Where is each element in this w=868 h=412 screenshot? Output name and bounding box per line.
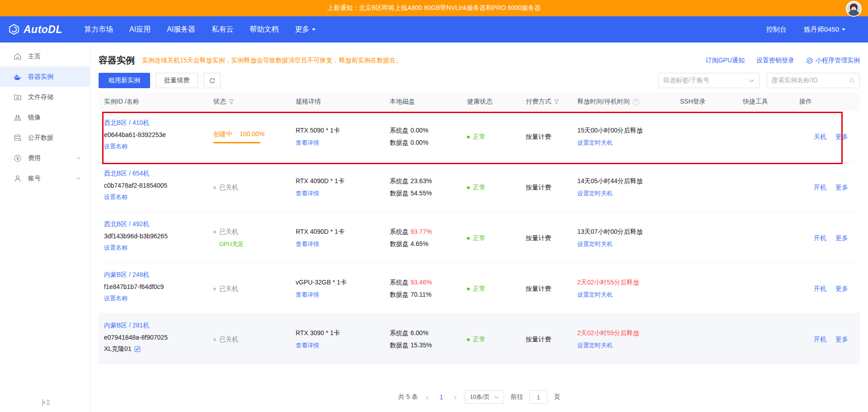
region-link[interactable]: 西北B区 / 410机 [104, 119, 204, 127]
filter-funnel-icon[interactable] [229, 99, 234, 104]
refresh-button[interactable] [203, 73, 221, 88]
health-dot-icon [467, 288, 470, 290]
more-link[interactable]: 更多 [835, 336, 848, 344]
subscribe-gpu-link[interactable]: 订阅GPU通知 [706, 57, 745, 65]
console-link[interactable]: 控制台 [766, 25, 787, 34]
set-timer-link[interactable]: 设置定时关机 [577, 240, 671, 248]
instance-name: XL克隆01 [104, 345, 132, 353]
set-name-link[interactable]: 设置名称 [104, 142, 204, 151]
instance-id: f1e847b1b7-f64df0c9 [104, 283, 204, 290]
nav-item-docs[interactable]: 帮助文档 [250, 25, 278, 34]
sidebar-item-file-storage[interactable]: 文件存储 [0, 87, 90, 107]
goto-page-input[interactable] [529, 390, 547, 404]
view-detail-link[interactable]: 查看详情 [296, 341, 381, 350]
page-number-1[interactable]: 1 [437, 393, 446, 401]
next-page-button[interactable]: › [452, 393, 458, 402]
more-link[interactable]: 更多 [835, 234, 848, 242]
col-disk: 本地磁盘 [384, 98, 462, 106]
set-timer-link[interactable]: 设置定时关机 [577, 291, 671, 299]
health-status[interactable]: 正常 [467, 184, 517, 192]
search-instance-input[interactable]: 搜索实例名称/ID [767, 73, 860, 88]
sys-disk: 系统盘 0.00% [390, 127, 458, 135]
release-time: 2天02小时55分后释放 [577, 279, 671, 287]
edit-name-icon[interactable] [134, 346, 141, 352]
view-detail-link[interactable]: 查看详情 [296, 139, 381, 147]
nav-item-market[interactable]: 算力市场 [84, 25, 113, 34]
more-link[interactable]: 更多 [835, 285, 848, 293]
nav-item-ai-app[interactable]: AI应用 [129, 25, 151, 34]
miniprogram-link[interactable]: 小程序管理实例 [806, 57, 860, 65]
data-disk: 数据盘 0.00% [390, 139, 458, 147]
status-dot-icon [213, 288, 216, 290]
container-instance-icon [14, 73, 22, 81]
page-size-select[interactable]: 10条/页 [465, 390, 504, 404]
health-status[interactable]: 正常 [467, 234, 517, 242]
health-status[interactable]: 正常 [467, 133, 517, 141]
set-name-link[interactable]: 设置名称 [104, 244, 204, 252]
nav-item-private-cloud[interactable]: 私有云 [212, 25, 233, 34]
sidebar-item-account[interactable]: 账号 [0, 168, 90, 189]
set-timer-link[interactable]: 设置定时关机 [577, 189, 671, 198]
view-detail-link[interactable]: 查看详情 [296, 291, 381, 299]
tools-cell [737, 313, 794, 364]
question-circle-icon[interactable]: ? [632, 99, 639, 105]
ssh-cell [675, 263, 737, 313]
set-name-link[interactable]: 设置名称 [104, 294, 204, 303]
set-timer-link[interactable]: 设置定时关机 [577, 341, 671, 350]
region-link[interactable]: 西北B区 / 492机 [104, 220, 204, 228]
gpu-spec: RTX 4090D * 1卡 [296, 228, 381, 236]
ssh-cell [675, 313, 737, 364]
instance-id: e07941848a-8f907025 [104, 334, 204, 341]
image-icon [14, 114, 22, 122]
health-status[interactable]: 正常 [467, 336, 517, 344]
user-menu[interactable]: 炼丹师0450 [804, 25, 845, 34]
data-disk: 数据盘 54.55% [390, 189, 458, 198]
sidebar-item-container-instances[interactable]: 容器实例 [0, 66, 90, 87]
prev-page-button[interactable]: ‹ [424, 393, 430, 402]
autodl-logo[interactable]: AutoDL [8, 24, 62, 36]
instance-id: e0644ba61-8392253e [104, 131, 204, 138]
power-on-link[interactable]: 开机 [814, 234, 826, 242]
more-link[interactable]: 更多 [835, 184, 848, 192]
region-link[interactable]: 内蒙B区 / 281机 [104, 322, 204, 330]
rent-new-instance-button[interactable]: 租用新实例 [99, 73, 150, 88]
creation-progress-bar [213, 142, 260, 143]
view-detail-link[interactable]: 查看详情 [296, 240, 381, 248]
chevron-down-icon [312, 28, 316, 31]
sys-disk: 系统盘 6.00% [390, 329, 458, 337]
health-status[interactable]: 正常 [467, 285, 517, 293]
power-off-link[interactable]: 关机 [814, 133, 826, 141]
power-on-link[interactable]: 开机 [814, 184, 826, 192]
more-link[interactable]: 更多 [835, 133, 848, 141]
region-link[interactable]: 内蒙B区 / 248机 [104, 271, 204, 279]
release-time: 2天02小时55分后释放 [577, 329, 671, 337]
collapse-sidebar-icon[interactable] [42, 398, 51, 407]
set-name-link[interactable]: 设置名称 [104, 193, 204, 201]
sidebar-item-images[interactable]: 镜像 [0, 107, 90, 128]
nav-item-more[interactable]: 更多 [295, 25, 316, 34]
power-on-link[interactable]: 开机 [814, 336, 826, 344]
batch-renew-button[interactable]: 批量续费 [156, 73, 198, 88]
sidebar-item-public-data[interactable]: 公开数据 [0, 128, 90, 148]
tools-cell [737, 263, 794, 313]
instance-id: c0b7478af2-81854005 [104, 182, 204, 189]
set-timer-link[interactable]: 设置定时关机 [577, 139, 671, 147]
key-login-link[interactable]: 设置密钥登录 [756, 57, 794, 65]
user-avatar[interactable] [846, 1, 862, 17]
release-time: 15天00小时00分后释放 [577, 127, 671, 135]
release-notice: 实例连续关机15天会释放实例，实例释放会导致数据清空且不可恢复，释放前实例在数据… [142, 57, 402, 65]
home-icon [14, 52, 22, 61]
filter-funnel-icon[interactable] [554, 99, 559, 104]
sidebar-item-home[interactable]: 主页 [0, 46, 90, 66]
power-on-link[interactable]: 开机 [814, 285, 826, 293]
region-link[interactable]: 西北B区 / 654机 [104, 170, 204, 178]
page-unit-label: 页 [554, 393, 560, 401]
billing-type: 按量计费 [526, 184, 568, 192]
status-creating: 创建中100.00% [213, 130, 287, 138]
table-header: 实例ID /名称 状态 规格详情 本地磁盘 健康状态 付费方式 释放时间/停机时… [99, 93, 860, 111]
goto-label: 前往 [510, 393, 523, 401]
view-detail-link[interactable]: 查看详情 [296, 189, 381, 198]
filter-tag-select[interactable]: 筛选标签/子账号 [658, 73, 760, 88]
sidebar-item-fees[interactable]: 费用 [0, 148, 90, 168]
nav-item-ai-server[interactable]: AI服务器 [167, 25, 195, 34]
